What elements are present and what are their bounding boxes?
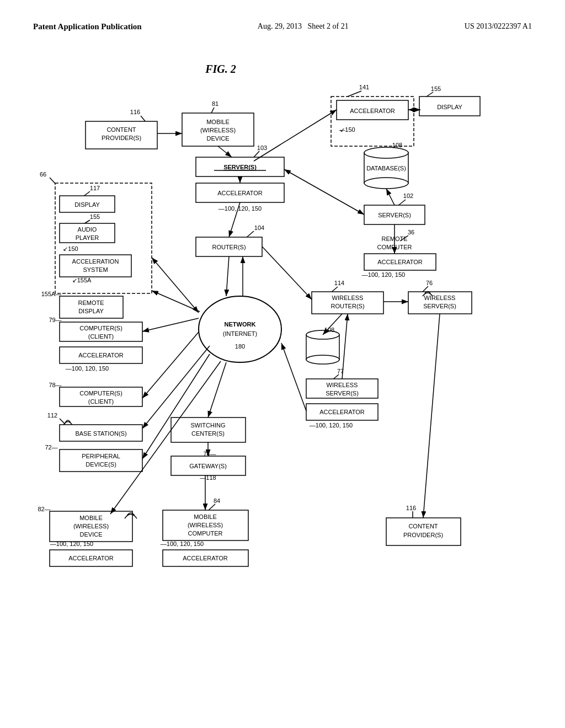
ref-116-top: 116 [130,109,140,115]
wireless-server-76-label: WIRELESS [424,295,456,301]
svg-text:(WIRELESS): (WIRELESS) [200,127,236,133]
base-station-label: BASE STATION(S) [75,430,126,437]
svg-text:CENTER(S): CENTER(S) [191,430,225,437]
ref-84: 84 [214,497,220,504]
svg-line-59 [142,354,210,459]
svg-line-69 [254,110,337,161]
ref-155-top: 155 [431,85,441,92]
accelerator-wireless-sub: —100, 120, 150 [310,422,353,429]
ref-103: 103 [257,144,267,151]
diagram-area: FIG. 2 141 ACCELERATOR ↙150 — 155 DISPLA… [0,42,565,715]
ref-155-left: 155 [90,213,100,220]
svg-text:(CLIENT): (CLIENT) [88,333,114,340]
svg-text:DISPLAY: DISPLAY [78,308,104,314]
ref-141: 141 [359,84,369,90]
switching-center-label: SWITCHING [191,422,226,429]
svg-text:COMPUTER: COMPUTER [188,530,223,537]
svg-text:SYSTEM: SYSTEM [83,266,108,273]
svg-text:MOBILE: MOBILE [206,119,230,125]
figure-title: FIG. 2 [205,63,236,75]
router-label: ROUTER(S) [212,244,246,250]
wireless-server-77-label: WIRELESS [327,382,358,388]
remote-display-label: REMOTE [78,299,104,306]
database-bottom [364,178,408,189]
accelerator-mobile-computer-label: ACCELERATOR [183,555,228,561]
ref-180: 180 [235,343,245,350]
network-label: NETWORK [225,321,256,328]
ref-81: 81 [212,100,218,107]
header-center: Aug. 29, 2013 Sheet 2 of 21 [258,22,349,31]
svg-line-33 [281,343,306,411]
ref-112: 112 [47,412,57,419]
servers-right-label: SERVER(S) [378,212,411,218]
svg-text:↙155A: ↙155A [72,277,92,283]
ref-76: 76 [426,280,433,286]
database-top [364,147,408,158]
svg-text:(INTERNET): (INTERNET) [223,330,257,337]
computers-client-1-label: COMPUTER(S) [79,325,122,331]
svg-line-50 [284,169,364,215]
ref-114: 114 [334,280,344,286]
computers-client-2-label: COMPUTER(S) [79,390,122,397]
ref-117: 117 [90,185,100,191]
display-top-label: DISPLAY [437,104,462,110]
accelerator-remote-sub: —100, 120, 150 [362,271,405,278]
audio-player-label: AUDIO [78,226,97,233]
accelerator-wireless-label: ACCELERATOR [319,409,365,415]
svg-line-55 [142,318,199,331]
header-title: Patent Application Publication [33,22,142,31]
svg-line-12 [254,151,259,157]
ref-66: 66 [40,171,46,178]
gateway-label: GATEWAY(S) [189,463,227,469]
ref-155a: 155A— [41,291,62,297]
content-provider-top-label: CONTENT [106,126,136,133]
header-sheet: Sheet 2 of 21 [307,22,348,30]
svg-text:SERVER(S): SERVER(S) [326,390,359,397]
mobile-device-bottom-sub: —100, 120, 150 [50,540,93,547]
ref-104: 104 [254,224,264,231]
accelerator-server-label: ACCELERATOR [217,190,263,196]
ref-82: 82— [38,506,50,512]
svg-text:DEVICE(S): DEVICE(S) [86,461,116,468]
svg-line-40 [209,504,215,510]
svg-line-52 [262,247,312,299]
database-wireless-bottom [306,355,339,364]
svg-line-56 [142,332,199,398]
mobile-computer-sub: —100, 120, 150 [161,540,204,547]
svg-text:(WIRELESS): (WIRELESS) [188,522,223,528]
servers-main-label: SERVER(S) [223,164,257,170]
svg-text:DEVICE: DEVICE [207,135,230,142]
svg-line-58 [208,362,226,417]
display-left-label: DISPLAY [74,201,100,208]
ref-150-left: ↙150 [63,245,78,252]
header-date: Aug. 29, 2013 [258,22,302,30]
accelerator-client1-label: ACCELERATOR [78,352,124,358]
peripheral-label: PERIPHERAL [82,453,120,459]
mobile-computer-label: MOBILE [194,513,217,520]
ref-36: 36 [408,229,414,235]
svg-text:ROUTER(S): ROUTER(S) [331,303,364,309]
accelerator-remote-label: ACCELERATOR [377,259,423,265]
svg-line-51 [226,256,229,296]
svg-text:DEVICE: DEVICE [80,531,103,538]
page-header: Patent Application Publication Aug. 29, … [0,0,565,31]
accelerator-top-label: ACCELERATOR [350,108,395,114]
svg-text:PROVIDER(S): PROVIDER(S) [403,532,443,538]
accelerator-server-sub: —100, 120, 150 [218,205,262,212]
svg-text:(WIRELESS): (WIRELESS) [73,523,109,529]
svg-line-70 [152,258,199,313]
network-ellipse [199,296,281,362]
ref-150-arr: — [339,126,345,133]
svg-line-61 [152,291,200,312]
wireless-router-label: WIRELESS [332,295,364,301]
svg-line-66 [423,314,440,518]
svg-text:PROVIDER(S): PROVIDER(S) [102,135,141,141]
svg-line-49 [386,189,395,205]
accelerator-mobile-bottom-label: ACCELERATOR [68,555,114,561]
svg-line-46 [218,146,232,157]
svg-line-65 [342,314,348,379]
svg-text:SERVER(S): SERVER(S) [423,303,456,309]
acceleration-system-label: ACCELERATION [72,258,119,265]
mobile-device-bottom-label: MOBILE [79,515,103,521]
svg-text:(CLIENT): (CLIENT) [88,398,114,405]
